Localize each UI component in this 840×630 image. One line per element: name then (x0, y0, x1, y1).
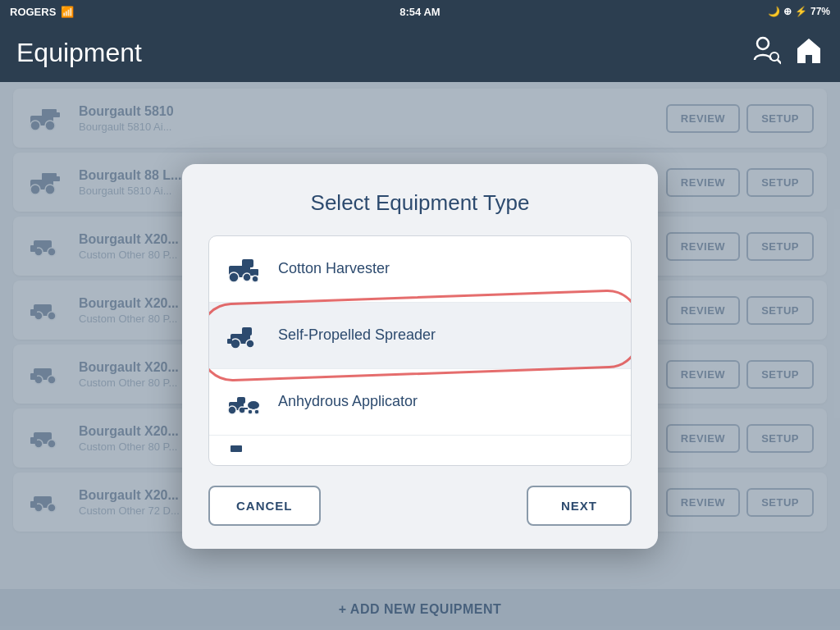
svg-rect-52 (231, 445, 242, 452)
svg-point-50 (248, 409, 253, 414)
cotton-harvester-icon (226, 251, 262, 287)
list-item[interactable]: Cotton Harvester (209, 236, 631, 303)
carrier-label: ROGERS (10, 6, 56, 18)
status-bar-left: ROGERS 📶 (10, 6, 74, 18)
svg-point-42 (246, 340, 254, 348)
svg-point-46 (228, 406, 236, 414)
page-title: Equipment (16, 38, 142, 68)
self-propelled-spreader-label: Self-Propelled Spreader (278, 326, 436, 344)
svg-point-48 (248, 401, 259, 409)
svg-point-0 (757, 38, 769, 49)
status-bar: ROGERS 📶 8:54 AM 🌙 ⊕ ⚡ 77% (0, 0, 840, 23)
user-search-icon[interactable] (751, 35, 781, 71)
list-item[interactable]: Anhydrous Applicator (209, 369, 631, 436)
svg-point-38 (252, 276, 258, 282)
battery-label: 77% (810, 6, 830, 17)
self-propelled-spreader-icon (226, 317, 262, 354)
wifi-icon: 📶 (61, 6, 74, 18)
anhydrous-applicator-label: Anhydrous Applicator (278, 393, 418, 410)
status-bar-right: 🌙 ⊕ ⚡ 77% (768, 6, 830, 17)
main-content: Bourgault 5810 Bourgault 5810 Ai... REVI… (0, 82, 840, 630)
home-icon[interactable] (794, 35, 824, 71)
svg-rect-43 (227, 339, 232, 344)
status-bar-time: 8:54 AM (399, 6, 440, 18)
modal-overlay: Select Equipment Type (0, 82, 840, 630)
svg-rect-34 (242, 259, 253, 267)
modal-footer: CANCEL NEXT (208, 486, 632, 526)
svg-point-51 (254, 409, 259, 414)
app-header: Equipment (0, 23, 840, 82)
svg-line-2 (778, 60, 781, 63)
svg-point-35 (229, 272, 239, 282)
equipment-type-list: Cotton Harvester (208, 235, 632, 466)
select-equipment-modal: Select Equipment Type (182, 164, 658, 549)
modal-title: Select Equipment Type (208, 190, 632, 216)
location-icon: ⊕ (783, 6, 792, 17)
svg-rect-45 (237, 397, 245, 404)
moon-icon: 🌙 (768, 6, 780, 17)
next-button[interactable]: NEXT (527, 486, 632, 526)
list-item[interactable] (209, 436, 631, 465)
cancel-button[interactable]: CANCEL (208, 486, 321, 526)
svg-rect-40 (242, 327, 252, 336)
more-item-icon (226, 436, 262, 465)
header-icons (751, 35, 824, 71)
cotton-harvester-label: Cotton Harvester (278, 260, 390, 277)
svg-rect-37 (250, 269, 258, 276)
anhydrous-applicator-icon (226, 384, 262, 420)
svg-point-36 (243, 273, 251, 281)
list-item[interactable]: Self-Propelled Spreader (209, 303, 631, 369)
bluetooth-icon: ⚡ (795, 6, 807, 17)
